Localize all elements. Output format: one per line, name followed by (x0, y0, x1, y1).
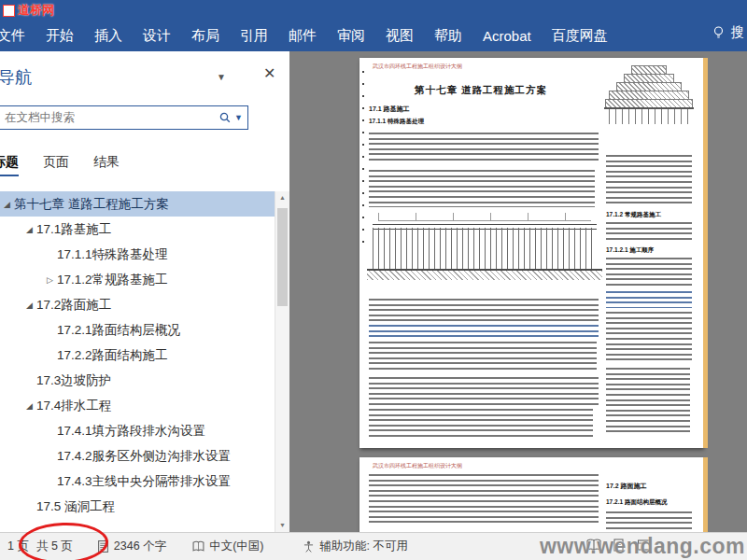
word-count-indicator[interactable]: 2346 个字 (97, 539, 166, 554)
nav-heading-chapter17[interactable]: ◢ 第十七章 道路工程施工方案 (0, 191, 275, 217)
nav-heading-label: 17.1路基施工 (36, 221, 111, 238)
watermark-text: www.wendang.com (540, 534, 745, 559)
document-page-1[interactable]: 武汉市四环线工程施工组织设计大纲 第十七章 道路工程施工方案 17.1 路基施工… (359, 58, 703, 448)
nav-heading-label: 第十七章 道路工程施工方案 (14, 196, 169, 213)
embankment-diagram (604, 65, 694, 151)
text-paragraph (369, 474, 599, 526)
nav-heading-17-5[interactable]: 17.5 涵洞工程 (0, 494, 275, 519)
nav-heading-17-4-3[interactable]: 17.4.3主线中央分隔带排水设置 (0, 469, 275, 494)
search-icon[interactable] (218, 111, 232, 124)
tab-baidu-netdisk[interactable]: 百度网盘 (542, 27, 618, 45)
scroll-down-icon[interactable]: ▼ (275, 519, 289, 532)
text-paragraph (606, 511, 692, 530)
chapter-title: 第十七章 道路工程施工方案 (364, 84, 598, 97)
nav-heading-17-1[interactable]: ◢ 17.1路基施工 (0, 217, 275, 242)
nav-heading-17-1-1[interactable]: 17.1.1特殊路基处理 (0, 242, 275, 267)
search-options-caret-icon[interactable]: ▼ (234, 113, 243, 122)
tab-design[interactable]: 设计 (133, 27, 181, 45)
tab-references[interactable]: 引用 (230, 27, 278, 45)
nav-heading-17-2[interactable]: ◢ 17.2路面施工 (0, 292, 275, 317)
text-paragraph (606, 222, 692, 243)
tell-me-search[interactable]: 搜 (712, 24, 744, 41)
tab-file[interactable]: 文件 (0, 27, 35, 45)
nav-heading-17-2-2[interactable]: 17.2.2路面结构施工 (0, 343, 275, 368)
tab-home[interactable]: 开始 (35, 27, 84, 45)
nav-heading-17-2-1[interactable]: 17.2.1路面结构层概况 (0, 317, 275, 343)
scroll-up-icon[interactable]: ▲ (275, 191, 289, 204)
heading-17-2: 17.2 路面施工 (606, 482, 647, 491)
headings-tree: ◢ 第十七章 道路工程施工方案 ◢ 17.1路基施工 17.1.1特殊路基处理 … (0, 191, 275, 519)
ribbon-tab-strip: 文件 开始 插入 设计 布局 引用 邮件 审阅 视图 帮助 Acrobat 百度… (0, 21, 618, 49)
language-label: 中文(中国) (209, 539, 263, 554)
nav-heading-label: 17.2路面施工 (36, 297, 111, 314)
ribbon-bar: 道桥网 文件 开始 插入 设计 布局 引用 邮件 审阅 视图 帮助 Acroba… (0, 0, 747, 51)
word-count-icon (97, 540, 109, 553)
nav-tab-strip: 标题 页面 结果 (0, 154, 120, 176)
nav-tab-results[interactable]: 结果 (93, 154, 120, 176)
text-paragraph (369, 325, 599, 338)
document-search-box[interactable]: ▼ (0, 105, 248, 130)
nav-heading-17-4[interactable]: ◢ 17.4排水工程 (0, 393, 275, 418)
scrollbar-thumb[interactable] (277, 208, 288, 306)
embankment-layer (605, 99, 693, 107)
collapse-triangle-icon[interactable]: ◢ (22, 225, 36, 234)
collapse-triangle-icon[interactable]: ◢ (22, 301, 36, 310)
text-paragraph (606, 368, 690, 433)
tab-view[interactable]: 视图 (375, 27, 424, 45)
pile-foundation-diagram (367, 211, 602, 293)
tell-me-label: 搜 (731, 24, 744, 41)
page-number-indicator[interactable]: 1 页 (7, 539, 29, 554)
navigation-pane: 导航 ▼ ✕ ▼ 标题 页面 结果 ◢ 第十七章 道路工程施工方案 ◢ 17.1… (0, 51, 290, 532)
nav-heading-17-3[interactable]: 17.3边坡防护 (0, 368, 275, 393)
tab-review[interactable]: 审阅 (327, 27, 375, 45)
collapse-triangle-icon[interactable]: ◢ (0, 200, 14, 209)
nav-tab-headings[interactable]: 标题 (0, 154, 19, 176)
page-markup-strip (703, 457, 708, 532)
search-input[interactable] (0, 111, 218, 124)
nav-close-icon[interactable]: ✕ (263, 64, 275, 82)
embankment-layer (616, 82, 682, 91)
heading-17-1: 17.1 路基施工 (369, 105, 410, 114)
accessibility-person-icon (303, 540, 315, 553)
text-paragraph (606, 258, 692, 287)
tab-layout[interactable]: 布局 (181, 27, 230, 45)
accessibility-indicator[interactable]: 辅助功能: 不可用 (303, 539, 407, 554)
text-paragraph (369, 409, 593, 437)
heading-17-1-1: 17.1.1 特殊路基处理 (369, 118, 424, 126)
nav-tab-pages[interactable]: 页面 (43, 154, 69, 176)
total-pages-indicator[interactable]: 共 5 页 (36, 539, 73, 554)
accessibility-label: 辅助功能: 不可用 (319, 539, 407, 554)
nav-heading-label: 17.4.2服务区外侧边沟排水设置 (57, 448, 231, 465)
tab-help[interactable]: 帮助 (424, 27, 472, 45)
nav-heading-17-1-2[interactable]: ▷ 17.1.2常规路基施工 (0, 267, 275, 292)
site-logo-text: 道桥网 (18, 2, 54, 19)
document-canvas: 武汉市四环线工程施工组织设计大纲 第十七章 道路工程施工方案 17.1 路基施工… (289, 51, 747, 532)
tab-mailings[interactable]: 邮件 (278, 27, 327, 45)
text-paragraph (369, 377, 599, 405)
nav-scrollbar[interactable]: ▲ ▼ (275, 191, 289, 532)
text-paragraph (369, 299, 599, 321)
nav-heading-17-4-1[interactable]: 17.4.1填方路段排水沟设置 (0, 418, 275, 443)
nav-heading-label: 17.1.2常规路基施工 (57, 272, 168, 288)
nav-heading-label: 17.4排水工程 (36, 398, 111, 414)
lightbulb-icon (712, 25, 726, 40)
embankment-layer (631, 65, 667, 74)
text-paragraph (369, 342, 597, 373)
nav-heading-label: 17.2.1路面结构层概况 (57, 322, 180, 339)
revision-change-bar (362, 71, 364, 248)
page-header-text: 武汉市四环线工程施工组织设计大纲 (373, 63, 462, 71)
collapse-triangle-icon[interactable]: ◢ (22, 401, 36, 411)
text-paragraph (606, 312, 692, 364)
language-indicator[interactable]: 中文(中国) (192, 539, 263, 554)
nav-heading-17-4-2[interactable]: 17.4.2服务区外侧边沟排水设置 (0, 443, 275, 469)
text-paragraph (606, 155, 692, 205)
nav-options-caret-icon[interactable]: ▼ (217, 72, 226, 82)
text-paragraph (369, 133, 599, 164)
nav-heading-label: 17.2.2路面结构施工 (57, 347, 168, 364)
site-logo: 道桥网 (3, 2, 54, 19)
tab-acrobat[interactable]: Acrobat (472, 28, 542, 44)
expand-triangle-icon[interactable]: ▷ (43, 275, 57, 285)
site-logo-icon (3, 5, 15, 17)
document-page-2[interactable]: 武汉市四环线工程施工组织设计大纲 17.2 路面施工 17.2.1 路面结构层概… (359, 457, 703, 532)
tab-insert[interactable]: 插入 (84, 27, 133, 45)
